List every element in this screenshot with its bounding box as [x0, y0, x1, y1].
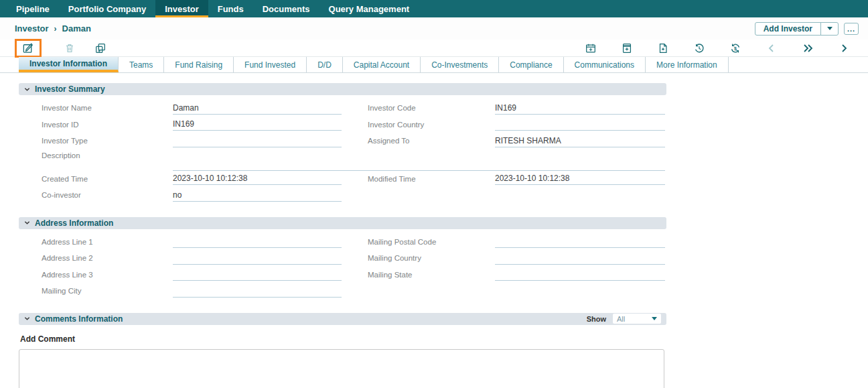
address-line-2-value[interactable] — [173, 252, 342, 265]
field-row: Address Line 2 Mailing Country — [19, 250, 666, 267]
clone-button[interactable] — [94, 42, 107, 55]
tab-teams[interactable]: Teams — [119, 57, 164, 72]
field-row: Investor Type Assigned To RITESH SHARMA — [19, 133, 666, 149]
edit-icon — [22, 42, 35, 54]
assigned-to-value[interactable]: RITESH SHARMA — [495, 135, 665, 147]
currency-sync-icon: $ — [729, 42, 741, 54]
add-event-icon — [585, 42, 597, 54]
field-row: Created Time 2023-10-10 10:12:38 Modifie… — [19, 171, 666, 188]
mailing-postal-code-value[interactable] — [495, 235, 665, 248]
tab-more-information[interactable]: More Information — [646, 57, 729, 72]
investor-id-value[interactable]: IN169 — [173, 118, 342, 131]
add-record-icon — [621, 42, 633, 54]
chevron-down-icon — [24, 220, 30, 226]
top-navigation: Pipeline Portfolio Company Investor Fund… — [0, 0, 868, 17]
record-tabs: Investor Information Teams Fund Raising … — [0, 56, 868, 73]
field-label: Mailing Postal Code — [343, 238, 495, 246]
edit-button[interactable] — [21, 42, 35, 55]
previous-record-button[interactable] — [765, 42, 778, 55]
mailing-city-value[interactable] — [173, 285, 342, 298]
show-filter-label: Show — [587, 315, 606, 323]
ellipsis-icon: ... — [847, 25, 855, 32]
field-row: Address Line 3 Mailing State — [19, 267, 666, 283]
section-title: Investor Summary — [35, 84, 105, 94]
investor-information-panel: Investor Summary Investor Name Daman Inv… — [0, 73, 666, 388]
co-investor-value[interactable]: no — [173, 189, 342, 202]
mailing-state-value[interactable] — [495, 268, 665, 281]
add-event-button[interactable] — [584, 42, 597, 55]
investor-name-value[interactable]: Daman — [173, 102, 342, 115]
investor-country-value[interactable] — [495, 118, 665, 131]
svg-text:$: $ — [734, 45, 737, 51]
add-investor-dropdown-button[interactable] — [820, 23, 838, 35]
tab-co-investments[interactable]: Co-Investments — [421, 57, 499, 72]
currency-sync-button[interactable]: $ — [729, 42, 742, 55]
add-file-icon — [657, 42, 669, 54]
nav-item-documents[interactable]: Documents — [253, 0, 319, 17]
field-label: Investor Code — [343, 104, 495, 112]
field-row: Mailing City — [19, 283, 666, 300]
field-row: Investor ID IN169 Investor Country — [19, 117, 666, 133]
trash-icon — [64, 42, 76, 54]
field-label: Mailing Country — [343, 254, 495, 262]
show-filter-value: All — [617, 315, 652, 323]
add-file-button[interactable] — [656, 42, 670, 55]
field-row: Co-investor no — [19, 187, 666, 204]
add-investor-split-button: Add Investor — [755, 22, 839, 36]
add-comment-input[interactable] — [19, 349, 664, 388]
section-header-address-information[interactable]: Address Information — [19, 217, 666, 229]
section-title: Address Information — [35, 218, 113, 228]
delete-button[interactable] — [63, 42, 76, 55]
tab-compliance[interactable]: Compliance — [499, 57, 563, 72]
field-row: Address Line 1 Mailing Postal Code — [19, 234, 666, 251]
modified-time-value: 2023-10-10 10:12:38 — [495, 172, 665, 185]
field-label: Investor Name — [19, 104, 173, 112]
chevron-right-icon — [839, 44, 849, 53]
field-label: Address Line 3 — [19, 271, 173, 279]
tab-investor-information[interactable]: Investor Information — [19, 57, 119, 72]
nav-item-funds[interactable]: Funds — [208, 0, 253, 17]
created-time-value: 2023-10-10 10:12:38 — [173, 172, 342, 185]
investor-code-value[interactable]: IN169 — [495, 102, 665, 115]
tab-dd[interactable]: D/D — [307, 57, 343, 72]
record-toolbar: $ — [0, 40, 868, 56]
field-label: Created Time — [19, 175, 173, 183]
tab-communications[interactable]: Communications — [564, 57, 646, 72]
nav-item-investor[interactable]: Investor — [155, 0, 208, 17]
breadcrumb-row: Investor › Daman Add Investor ... — [0, 17, 868, 40]
last-record-button[interactable] — [801, 42, 814, 55]
double-chevron-right-icon — [802, 44, 814, 53]
tab-capital-account[interactable]: Capital Account — [343, 57, 421, 72]
clone-icon — [94, 42, 106, 54]
mailing-country-value[interactable] — [495, 252, 665, 265]
field-label: Address Line 1 — [19, 238, 173, 246]
field-label: Investor Country — [343, 121, 495, 129]
show-filter-dropdown[interactable]: All — [613, 314, 661, 324]
field-label: Mailing State — [343, 271, 495, 279]
chevron-down-icon — [24, 316, 30, 322]
address-line-1-value[interactable] — [173, 235, 342, 248]
add-investor-button[interactable]: Add Investor — [755, 23, 820, 35]
more-actions-button[interactable]: ... — [844, 23, 859, 35]
next-record-button[interactable] — [837, 42, 851, 55]
section-header-investor-summary[interactable]: Investor Summary — [19, 83, 666, 95]
history-button[interactable] — [693, 42, 706, 55]
nav-item-portfolio-company[interactable]: Portfolio Company — [59, 0, 155, 17]
add-record-button[interactable] — [620, 42, 634, 55]
field-label: Investor Type — [19, 137, 173, 145]
tab-fund-raising[interactable]: Fund Raising — [164, 57, 234, 72]
section-header-comments-information[interactable]: Comments Information Show All — [19, 313, 666, 325]
field-label: Description — [19, 149, 173, 159]
history-icon — [693, 42, 705, 54]
tab-fund-invested[interactable]: Fund Invested — [234, 57, 307, 72]
nav-item-pipeline[interactable]: Pipeline — [7, 0, 59, 17]
nav-item-query-management[interactable]: Query Management — [319, 0, 419, 17]
breadcrumb-parent[interactable]: Investor — [15, 23, 49, 34]
breadcrumb-separator-icon: › — [54, 24, 57, 34]
investor-type-value[interactable] — [173, 135, 342, 147]
description-value[interactable] — [173, 151, 665, 171]
breadcrumb: Investor › Daman — [15, 23, 91, 34]
chevron-down-icon — [827, 27, 833, 30]
chevron-down-icon — [24, 86, 30, 92]
address-line-3-value[interactable] — [173, 268, 342, 281]
